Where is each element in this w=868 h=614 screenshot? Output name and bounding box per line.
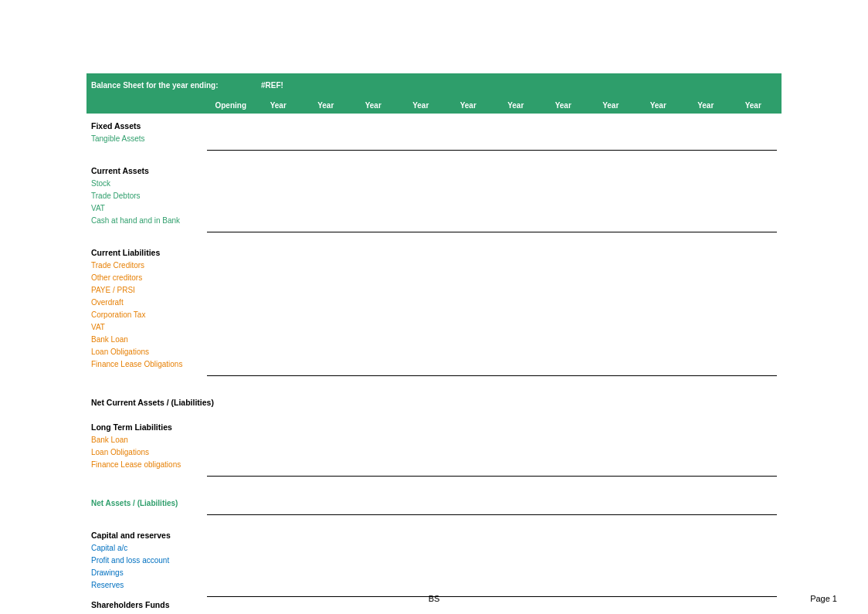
- footer-center: BS: [429, 594, 440, 603]
- col-year-11: Year: [730, 101, 778, 110]
- trade-debtors-label: Trade Debtors: [91, 192, 207, 200]
- long-term-title: Long Term Liabilities: [86, 421, 782, 433]
- finance-lease-obligations-label: Finance Lease Obligations: [91, 360, 207, 368]
- header-bar: Balance Sheet for the year ending: #REF!: [86, 73, 782, 97]
- current-assets-title: Current Assets: [86, 165, 782, 177]
- list-item: Capital a/c: [86, 541, 782, 554]
- balance-sheet-title: Balance Sheet for the year ending:: [91, 81, 261, 90]
- overdraft-label: Overdraft: [91, 298, 207, 307]
- list-item: Cash at hand and in Bank: [86, 214, 782, 226]
- list-item: Tangible Assets: [86, 132, 782, 144]
- list-item: VAT: [86, 321, 782, 333]
- vat-current-assets-label: VAT: [91, 204, 207, 212]
- cash-label: Cash at hand and in Bank: [91, 216, 207, 225]
- list-item: Overdraft: [86, 296, 782, 308]
- list-item: Loan Obligations: [86, 446, 782, 458]
- list-item: Other creditors: [86, 271, 782, 283]
- trade-creditors-label: Trade Creditors: [91, 261, 207, 270]
- net-current-section: Net Current Assets / (Liabilities): [86, 396, 782, 409]
- loan-obligations-lt-label: Loan Obligations: [91, 448, 207, 456]
- list-item: Bank Loan: [86, 333, 782, 345]
- list-item: Finance Lease obligations: [86, 458, 782, 470]
- divider-shareholders: [86, 611, 782, 614]
- list-item: Drawings: [86, 566, 782, 578]
- fixed-assets-title: Fixed Assets: [86, 120, 782, 132]
- list-item: VAT: [86, 202, 782, 214]
- loan-obligations-curr-label: Loan Obligations: [91, 348, 207, 356]
- pnl-label: Profit and loss account: [91, 556, 207, 565]
- list-item: Trade Debtors: [86, 189, 782, 202]
- tangible-assets-label: Tangible Assets: [91, 134, 207, 143]
- col-year-1: Year: [255, 101, 303, 110]
- net-current-title: Net Current Assets / (Liabilities): [86, 396, 782, 409]
- list-item: Corporation Tax: [86, 308, 782, 321]
- reserves-label: Reserves: [91, 581, 207, 589]
- col-year-7: Year: [540, 101, 588, 110]
- footer-bs-label: BS: [429, 594, 440, 603]
- divider-current-assets: [86, 226, 782, 234]
- long-term-section: Long Term Liabilities Bank Loan Loan Obl…: [86, 421, 782, 478]
- capital-title: Capital and reserves: [86, 529, 782, 541]
- list-item: PAYE / PRSI: [86, 283, 782, 296]
- col-opening: Opening: [207, 101, 255, 110]
- current-liabilities-title: Current Liabilities: [86, 246, 782, 259]
- divider-net-assets: [86, 509, 782, 517]
- shareholders-funds-label: Shareholders Funds: [91, 600, 207, 609]
- list-item: Reserves: [86, 578, 782, 591]
- fixed-assets-section: Fixed Assets Tangible Assets: [86, 120, 782, 152]
- col-year-2: Year: [302, 101, 350, 110]
- net-assets-row: Net Assets / (Liabilities): [86, 497, 782, 509]
- capital-ac-label: Capital a/c: [91, 544, 207, 552]
- col-year-9: Year: [635, 101, 683, 110]
- other-creditors-label: Other creditors: [91, 273, 207, 282]
- divider-fixed: [86, 144, 782, 152]
- col-year-5: Year: [445, 101, 493, 110]
- bank-loan-lt-label: Bank Loan: [91, 436, 207, 444]
- col-year-8: Year: [587, 101, 635, 110]
- page: Balance Sheet for the year ending: #REF!…: [0, 0, 868, 614]
- ref-value: #REF!: [261, 81, 323, 90]
- col-year-3: Year: [350, 101, 398, 110]
- content-area: Balance Sheet for the year ending: #REF!…: [86, 0, 782, 614]
- page-number: Page 1: [810, 594, 837, 603]
- net-assets-section: Net Assets / (Liabilities): [86, 497, 782, 517]
- col-year-10: Year: [682, 101, 730, 110]
- current-assets-section: Current Assets Stock Trade Debtors VAT C…: [86, 165, 782, 234]
- list-item: Loan Obligations: [86, 345, 782, 358]
- divider-curr-liab: [86, 370, 782, 378]
- col-headers: Opening Year Year Year Year Year Year Ye…: [86, 97, 782, 114]
- col-year-4: Year: [397, 101, 445, 110]
- paye-prsi-label: PAYE / PRSI: [91, 286, 207, 294]
- bank-loan-curr-label: Bank Loan: [91, 335, 207, 344]
- list-item: Stock: [86, 177, 782, 189]
- finance-lease-lt-label: Finance Lease obligations: [91, 460, 207, 469]
- list-item: Bank Loan: [86, 433, 782, 446]
- list-item: Profit and loss account: [86, 554, 782, 566]
- current-liabilities-section: Current Liabilities Trade Creditors Othe…: [86, 246, 782, 378]
- net-assets-label: Net Assets / (Liabilities): [91, 499, 207, 507]
- footer-right: Page 1: [810, 594, 837, 603]
- col-year-6: Year: [492, 101, 540, 110]
- corporation-tax-label: Corporation Tax: [91, 310, 207, 319]
- divider-lt: [86, 470, 782, 478]
- list-item: Trade Creditors: [86, 259, 782, 271]
- list-item: Finance Lease Obligations: [86, 358, 782, 370]
- vat-curr-liab-label: VAT: [91, 323, 207, 331]
- stock-label: Stock: [91, 179, 207, 188]
- drawings-label: Drawings: [91, 568, 207, 577]
